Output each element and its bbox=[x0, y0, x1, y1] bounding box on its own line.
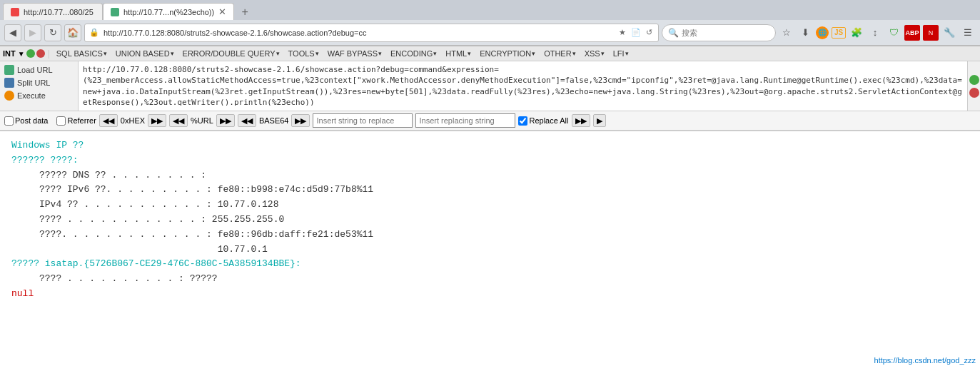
search-icon: 🔍 bbox=[668, 28, 679, 38]
encryption-label: ENCRYPTION bbox=[480, 49, 531, 58]
home-button[interactable]: 🏠 bbox=[64, 24, 81, 41]
post-data-label: Post data bbox=[15, 116, 48, 125]
referrer-check[interactable] bbox=[56, 116, 66, 126]
forward-button[interactable]: ▶ bbox=[24, 24, 41, 41]
right-red-button[interactable] bbox=[969, 88, 979, 98]
ext2-icon[interactable]: 🔧 bbox=[941, 25, 957, 41]
sync-icon[interactable]: ↕ bbox=[867, 25, 883, 41]
content-line-10: 10.77.0.1 bbox=[11, 243, 969, 258]
search-input[interactable] bbox=[682, 29, 769, 37]
content-null-line: null bbox=[11, 287, 969, 302]
replace-all-checkbox[interactable]: Replace All bbox=[518, 116, 568, 126]
base64-left-arrow[interactable]: ◀◀ bbox=[238, 114, 256, 127]
menu-sql-basics[interactable]: SQL BASICS▾ bbox=[53, 48, 111, 59]
shield-icon[interactable]: 🛡 bbox=[886, 25, 901, 41]
tools-arrow: ▾ bbox=[315, 50, 319, 57]
hex-right-arrow[interactable]: ▶▶ bbox=[148, 114, 166, 127]
hackbar-menu: INT ▼ | SQL BASICS▾ UNION BASED▾ ERROR/D… bbox=[0, 46, 980, 61]
js-icon[interactable]: JS bbox=[832, 27, 846, 39]
encryption-arrow: ▾ bbox=[532, 50, 535, 57]
replace-right-arrow[interactable]: ▶▶ bbox=[572, 114, 590, 127]
html-label: HTML bbox=[445, 49, 467, 58]
menu-waf-bypass[interactable]: WAF BYPASS▾ bbox=[324, 48, 385, 59]
referrer-checkbox[interactable]: Referrer bbox=[56, 116, 96, 126]
enable-toggle[interactable] bbox=[26, 49, 35, 58]
base64-right-arrow[interactable]: ▶▶ bbox=[291, 114, 310, 127]
menu-encryption[interactable]: ENCRYPTION▾ bbox=[476, 48, 539, 59]
download-icon[interactable]: ⬇ bbox=[797, 25, 813, 41]
split-url-button[interactable]: Split URL bbox=[4, 77, 74, 88]
replace-all-label: Replace All bbox=[529, 116, 568, 125]
hex-label: 0xHEX bbox=[121, 116, 145, 125]
content-line-5: ????? DNS ?? . . . . . . . . : bbox=[11, 168, 969, 183]
search-bar[interactable]: 🔍 bbox=[662, 24, 776, 41]
hackbar-url-input[interactable]: http://10.77.0.128:8080/struts2-showcase… bbox=[83, 64, 963, 106]
menu-lfi[interactable]: LFI▾ bbox=[610, 48, 632, 59]
ext1-icon[interactable]: N bbox=[923, 25, 939, 41]
sql-basics-arrow: ▾ bbox=[103, 50, 107, 57]
hackbar-right-panel bbox=[967, 61, 980, 111]
main-content: Windows IP ?? ?????? ????: ????? DNS ?? … bbox=[0, 131, 980, 366]
menu-encoding[interactable]: ENCODING▾ bbox=[387, 48, 440, 59]
right-green-button[interactable] bbox=[969, 75, 979, 85]
post-data-checkbox[interactable]: Post data bbox=[4, 116, 48, 126]
string-to-replace-input[interactable] bbox=[313, 113, 413, 128]
lfi-arrow: ▾ bbox=[625, 50, 629, 57]
menu-tools[interactable]: TOOLS▾ bbox=[285, 48, 323, 59]
bookmark-star-icon[interactable]: ★ bbox=[617, 28, 627, 37]
load-url-label: Load URL bbox=[17, 66, 53, 74]
menu-html[interactable]: HTML▾ bbox=[442, 48, 475, 59]
execute-button[interactable]: Execute bbox=[4, 90, 74, 101]
post-data-check[interactable] bbox=[4, 116, 14, 126]
load-url-icon bbox=[4, 65, 14, 75]
status-url: https://blog.csdn.net/god_zzz bbox=[874, 356, 976, 365]
url-left-arrow[interactable]: ◀◀ bbox=[169, 114, 188, 127]
tab-1-favicon bbox=[11, 8, 19, 16]
int-dropdown-arrow[interactable]: ▼ bbox=[18, 50, 25, 58]
tab-2[interactable]: http://10.77...n(%23echo)) ✕ bbox=[103, 3, 234, 20]
reload-button[interactable]: ↻ bbox=[44, 24, 61, 41]
hackbar: INT ▼ | SQL BASICS▾ UNION BASED▾ ERROR/D… bbox=[0, 46, 980, 131]
tab-2-title: http://10.77...n(%23echo)) bbox=[123, 8, 214, 16]
content-line-8: ???? . . . . . . . . . . . . : 255.255.2… bbox=[11, 213, 969, 228]
refresh-icon[interactable]: ↺ bbox=[645, 28, 654, 37]
menu-xss[interactable]: XSS▾ bbox=[581, 48, 608, 59]
lfi-label: LFI bbox=[613, 49, 625, 58]
menu-other[interactable]: OTHER▾ bbox=[540, 48, 580, 59]
execute-icon bbox=[4, 91, 14, 101]
encoding-label: ENCODING bbox=[390, 49, 433, 58]
content-line-6: ???? IPv6 ??. . . . . . . . . : fe80::b9… bbox=[11, 183, 969, 198]
menu-icon[interactable]: ☰ bbox=[960, 25, 976, 41]
content-line-12: ????? isatap.{5726B067-CE29-476C-880C-5A… bbox=[11, 257, 969, 272]
back-button[interactable]: ◀ bbox=[4, 24, 21, 41]
globe-icon[interactable]: 🌐 bbox=[816, 26, 829, 39]
menu-union-based[interactable]: UNION BASED▾ bbox=[112, 48, 178, 59]
content-line-14: ???? . . . . . . . . . . : ????? bbox=[11, 272, 969, 287]
url-right-arrow[interactable]: ▶▶ bbox=[216, 114, 235, 127]
tab-2-close[interactable]: ✕ bbox=[218, 6, 226, 17]
bookmark-icon[interactable]: ☆ bbox=[779, 25, 794, 41]
replace-all-check[interactable] bbox=[518, 116, 527, 126]
error-double-label: ERROR/DOUBLE QUERY bbox=[183, 49, 276, 58]
tab-1[interactable]: http://10.77...080/25 bbox=[3, 3, 103, 20]
replace-extra-arrow[interactable]: ▶ bbox=[593, 114, 606, 127]
hackbar-url-content: http://10.77.0.128:8080/struts2-showcase… bbox=[79, 61, 967, 111]
waf-bypass-label: WAF BYPASS bbox=[328, 49, 378, 58]
reader-icon[interactable]: 📄 bbox=[630, 28, 642, 37]
adblock-icon[interactable]: ABP bbox=[904, 25, 920, 41]
split-url-icon bbox=[4, 78, 14, 88]
replacing-string-input[interactable] bbox=[415, 113, 515, 128]
hex-left-arrow[interactable]: ◀◀ bbox=[99, 114, 118, 127]
browser-chrome: http://10.77...080/25 http://10.77...n(%… bbox=[0, 0, 980, 46]
content-line-9: ????. . . . . . . . . . . . . : fe80::96… bbox=[11, 228, 969, 243]
encoding-arrow: ▾ bbox=[433, 50, 437, 57]
url-bar[interactable]: 🔒 http://10.77.0.128:8080/struts2-showca… bbox=[84, 24, 659, 42]
disable-toggle[interactable] bbox=[36, 49, 45, 58]
menu-error-double[interactable]: ERROR/DOUBLE QUERY▾ bbox=[179, 48, 283, 59]
sql-basics-label: SQL BASICS bbox=[56, 49, 103, 58]
error-double-arrow: ▾ bbox=[276, 50, 280, 57]
new-tab-button[interactable]: + bbox=[237, 4, 253, 20]
hackbar-sidebar: Load URL Split URL Execute bbox=[0, 61, 79, 111]
extensions-icon[interactable]: 🧩 bbox=[849, 25, 864, 41]
load-url-button[interactable]: Load URL bbox=[4, 64, 74, 76]
